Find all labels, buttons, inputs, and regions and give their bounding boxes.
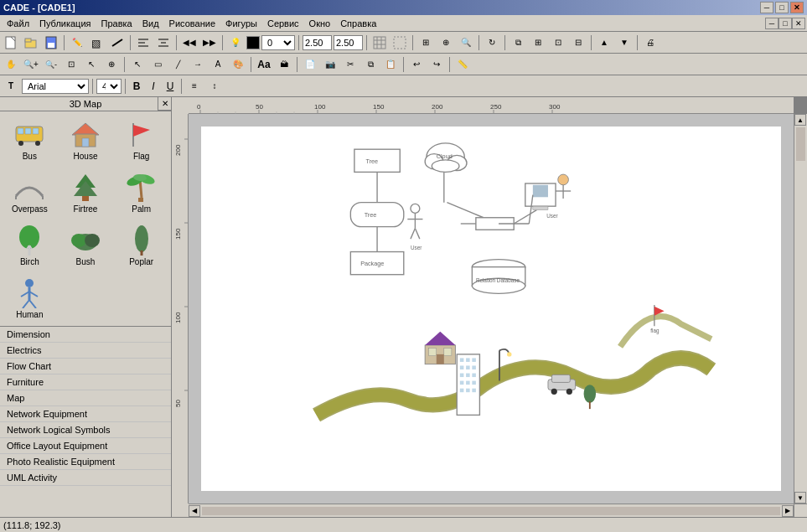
rect-btn[interactable]: ▭ [148, 56, 167, 73]
window-max-btn[interactable]: □ [779, 18, 792, 29]
zoomfit-btn[interactable]: ⊡ [62, 56, 80, 73]
category-electrics[interactable]: Electrics [0, 343, 171, 359]
shape-human[interactable]: Human [3, 273, 56, 323]
snap-btn[interactable]: ⊞ [416, 34, 435, 51]
shape-poplar[interactable]: Poplar [115, 220, 168, 270]
category-map[interactable]: Map [0, 390, 171, 406]
text-icon-btn[interactable]: T [2, 78, 20, 95]
scroll-thumb[interactable] [796, 127, 805, 161]
vertical-scrollbar[interactable]: ▲ ▼ [794, 114, 807, 504]
shape-overpass[interactable]: Overpass [3, 168, 56, 217]
category-flow-chart[interactable]: Flow Chart [0, 359, 171, 374]
hscroll-thumb[interactable] [202, 507, 780, 515]
grid-btn[interactable] [370, 34, 389, 51]
menu-file[interactable]: Файл [2, 17, 34, 30]
shape-bus[interactable]: Bus [3, 115, 56, 164]
underline-button[interactable]: U [163, 79, 178, 94]
font-name-select[interactable]: Arial [22, 79, 89, 94]
menu-edit[interactable]: Правка [96, 17, 137, 30]
line-btn[interactable] [108, 34, 127, 51]
shape-palm[interactable]: Palm [115, 168, 168, 217]
new-btn[interactable] [2, 34, 20, 51]
pencil-btn[interactable]: ✏️ [68, 34, 86, 51]
menu-view[interactable]: Вид [137, 17, 164, 30]
color2-btn[interactable]: 🎨 [229, 56, 247, 73]
fill-btn[interactable]: ▧ [88, 34, 106, 51]
category-network-logical[interactable]: Network Logical Symbols [0, 422, 171, 438]
ruler-btn[interactable]: 📏 [453, 56, 472, 73]
print-btn[interactable]: 🖨 [641, 34, 660, 51]
spacing-btn[interactable]: ↕ [205, 78, 224, 95]
line2-btn[interactable]: ╱ [168, 56, 187, 73]
shape-firtree[interactable]: Firtree [59, 168, 112, 217]
zoomout-btn[interactable]: 🔍- [42, 56, 60, 73]
category-dimension[interactable]: Dimension [0, 327, 171, 343]
landscape-btn[interactable]: 🏔 [275, 56, 293, 73]
category-photo-realistic[interactable]: Photo Realistic Equipment [0, 454, 171, 470]
line-width-select[interactable]: 012 [261, 35, 295, 50]
save-btn[interactable] [42, 34, 60, 51]
color-black[interactable] [246, 36, 260, 49]
copy-format-btn[interactable]: ⧉ [509, 34, 527, 51]
move-right-btn[interactable]: ▶▶ [200, 34, 219, 51]
open-btn[interactable] [22, 34, 40, 51]
panel-close-btn[interactable]: ✕ [158, 97, 171, 111]
group-btn[interactable]: ⊡ [549, 34, 567, 51]
light-btn[interactable]: 💡 [226, 34, 245, 51]
height-input[interactable] [334, 35, 363, 50]
rotate-btn[interactable]: ↻ [483, 34, 501, 51]
shape-flag[interactable]: Flag [115, 115, 168, 164]
menu-window[interactable]: Окно [304, 17, 336, 30]
cursor-btn[interactable]: ↖ [128, 56, 147, 73]
copy-btn[interactable]: ⧉ [361, 56, 380, 73]
align-center-btn[interactable] [154, 34, 173, 51]
undo-btn[interactable]: ↩ [407, 56, 426, 73]
bold-button[interactable]: B [129, 79, 144, 94]
font-size-select[interactable]: 4812 [96, 79, 122, 94]
maximize-button[interactable]: □ [775, 2, 789, 13]
move-left-btn[interactable]: ◀◀ [180, 34, 199, 51]
italic-button[interactable]: I [146, 79, 161, 94]
connect-btn[interactable]: ⊕ [437, 34, 455, 51]
scroll-right-btn[interactable]: ▶ [782, 505, 794, 517]
menu-draw[interactable]: Рисование [164, 17, 220, 30]
camera-btn[interactable]: 📷 [321, 56, 339, 73]
ungroup-btn[interactable]: ⊟ [569, 34, 587, 51]
select-btn[interactable]: ↖ [82, 56, 101, 73]
align-left-btn[interactable] [134, 34, 153, 51]
grid2-btn[interactable] [391, 34, 409, 51]
menu-service[interactable]: Сервис [262, 17, 304, 30]
zoom-btn[interactable]: 🔍 [457, 34, 475, 51]
width-input[interactable] [303, 35, 332, 50]
horizontal-scrollbar[interactable]: ◀ ▶ [189, 504, 794, 517]
menu-publish[interactable]: Публикация [34, 17, 96, 30]
aa-btn[interactable]: Aa [255, 56, 273, 73]
menu-shapes[interactable]: Фигуры [220, 17, 262, 30]
category-uml-activity[interactable]: UML Activity [0, 470, 171, 486]
text-btn[interactable]: A [209, 56, 227, 73]
close-button[interactable]: ✕ [790, 2, 804, 13]
diagram-svg[interactable]: Cloud Tree Tree User [201, 127, 781, 491]
menu-help[interactable]: Справка [335, 17, 381, 30]
canvas-area[interactable]: 0 50 100 150 200 250 300 [172, 97, 807, 517]
align-left2-btn[interactable]: ≡ [185, 78, 204, 95]
minimize-button[interactable]: ─ [760, 2, 773, 13]
paste-btn[interactable]: 📋 [381, 56, 400, 73]
page-btn[interactable]: 📄 [301, 56, 319, 73]
bring-front-btn[interactable]: ▲ [595, 34, 613, 51]
arrow-btn[interactable]: → [189, 56, 207, 73]
shape-birch[interactable]: Birch [3, 220, 56, 270]
redo-btn[interactable]: ↪ [427, 56, 446, 73]
cut-btn[interactable]: ✂ [341, 56, 360, 73]
send-back-btn[interactable]: ▼ [615, 34, 634, 51]
shape-house[interactable]: House [59, 115, 112, 164]
category-network-equipment[interactable]: Network Equipment [0, 406, 171, 422]
paste-format-btn[interactable]: ⊞ [529, 34, 547, 51]
shape-bush[interactable]: Bush [59, 220, 112, 270]
scroll-down-btn[interactable]: ▼ [794, 492, 806, 504]
scroll-up-btn[interactable]: ▲ [794, 114, 806, 126]
hand-btn[interactable]: ✋ [2, 56, 20, 73]
window-min-btn[interactable]: ─ [765, 18, 779, 29]
window-close-btn[interactable]: ✕ [792, 18, 805, 29]
scroll-left-btn[interactable]: ◀ [189, 505, 200, 517]
